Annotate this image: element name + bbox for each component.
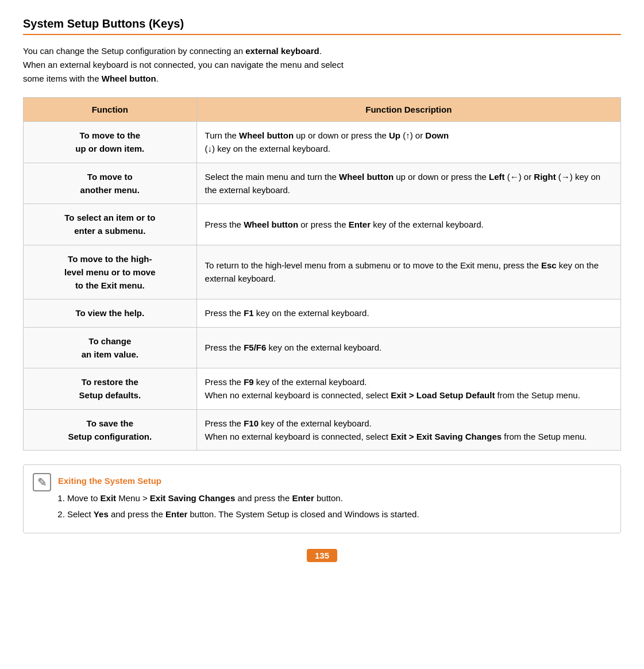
description-cell: Select the main menu and turn the Wheel … [196,163,620,204]
table-row: To move to the high-level menu or to mov… [24,245,621,299]
function-cell: To save theSetup configuration. [24,409,197,451]
table-header-description: Function Description [196,98,620,122]
function-cell: To restore theSetup defaults. [24,368,197,410]
table-row: To view the help. Press the F1 key on th… [24,299,621,327]
function-cell: To move to theup or down item. [24,122,197,163]
function-cell: To select an item or toenter a submenu. [24,204,197,245]
function-cell: To move toanother menu. [24,163,197,204]
description-cell: Press the F10 key of the external keyboa… [196,409,620,451]
setup-keys-table: Function Function Description To move to… [23,97,621,451]
description-cell: Press the Wheel button or press the Ente… [196,204,620,245]
note-icon: ✎ [33,473,51,491]
table-header-function: Function [24,98,197,122]
note-box: ✎ Exiting the System Setup Move to Exit … [23,464,621,533]
table-row: To save theSetup configuration. Press th… [24,409,621,451]
description-cell: Press the F5/F6 key on the external keyb… [196,327,620,368]
note-step-1: Move to Exit Menu > Exit Saving Changes … [67,491,609,505]
table-row: To select an item or toenter a submenu. … [24,204,621,245]
table-row: To move to theup or down item. Turn the … [24,122,621,163]
page-title: System Setup Buttons (Keys) [23,17,621,35]
table-row: To changean item value. Press the F5/F6 … [24,327,621,368]
description-cell: Press the F9 key of the external keyboar… [196,368,620,410]
description-cell: To return to the high-level menu from a … [196,245,620,299]
page-number: 135 [23,551,621,560]
function-cell: To changean item value. [24,327,197,368]
function-cell: To move to the high-level menu or to mov… [24,245,197,299]
description-cell: Turn the Wheel button up or down or pres… [196,122,620,163]
table-row: To move toanother menu. Select the main … [24,163,621,204]
note-body: Move to Exit Menu > Exit Saving Changes … [58,491,609,521]
note-title: Exiting the System Setup [58,474,609,488]
function-cell: To view the help. [24,299,197,327]
note-step-2: Select Yes and press the Enter button. T… [67,507,609,521]
description-cell: Press the F1 key on the external keyboar… [196,299,620,327]
intro-paragraph: You can change the Setup configuration b… [23,44,621,86]
table-row: To restore theSetup defaults. Press the … [24,368,621,410]
